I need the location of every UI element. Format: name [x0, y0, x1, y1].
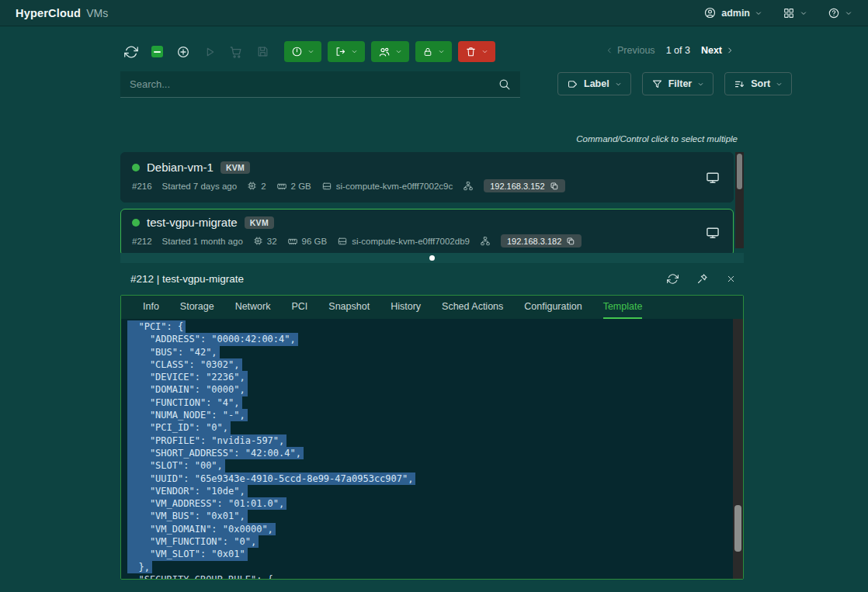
close-icon[interactable]	[726, 274, 736, 284]
chevron-down-icon	[776, 81, 783, 88]
hypervisor-badge: KVM	[245, 216, 274, 229]
network-icon	[463, 181, 474, 192]
tab-history[interactable]: History	[391, 296, 421, 319]
migrate-dropdown-button[interactable]	[328, 41, 365, 62]
host-drive-icon	[321, 181, 332, 192]
copy-icon[interactable]	[566, 237, 575, 246]
next-page-button[interactable]: Next	[701, 45, 734, 56]
app-logo: HyperCloud	[16, 7, 81, 19]
code-line: "FUNCTION": "4",	[127, 396, 743, 409]
play-icon	[203, 46, 216, 58]
search-input[interactable]	[130, 78, 498, 90]
code-line: "CLASS": "0302",	[127, 358, 743, 371]
app-section-label: VMs	[86, 7, 108, 19]
tab-snapshot[interactable]: Snapshot	[328, 296, 370, 319]
chevron-down-icon	[395, 48, 402, 55]
console-monitor-icon[interactable]	[705, 225, 720, 241]
select-all-checkbox-indeterminate[interactable]	[151, 46, 163, 57]
filter-dropdown-button[interactable]: Filter	[642, 72, 714, 95]
code-line: "PCI": {	[127, 320, 743, 333]
vm-started: Started 1 month ago	[162, 237, 243, 246]
label-tag-icon	[567, 78, 578, 90]
code-line: "VM_DOMAIN": "0x0000",	[127, 523, 743, 535]
apps-menu[interactable]	[783, 7, 807, 19]
chevron-left-icon	[606, 47, 613, 54]
vm-card-test-vgpu-migrate[interactable]: test-vgpu-migrate KVM #212 Started 1 mon…	[120, 209, 734, 256]
code-line: "ADDRESS": "0000:42:00:4",	[127, 333, 743, 345]
template-code-view[interactable]: "PCI": { "ADDRESS": "0000:42:00:4", "BUS…	[121, 319, 743, 579]
delete-dropdown-button[interactable]	[458, 41, 495, 62]
help-circle-icon	[828, 7, 840, 19]
chevron-right-icon	[726, 47, 734, 54]
code-line: "SHORT_ADDRESS": "42:00.4",	[127, 447, 743, 459]
code-line: "PCI_ID": "0",	[127, 421, 743, 434]
chevron-down-icon	[307, 48, 314, 55]
tab-template[interactable]: Template	[603, 296, 643, 319]
code-line: "PROFILE": "nvidia-597",	[127, 434, 743, 447]
tab-configuration[interactable]: Configuration	[524, 296, 582, 319]
chevron-down-icon	[845, 9, 852, 17]
chevron-down-icon	[438, 48, 445, 55]
apps-grid-icon	[783, 7, 795, 19]
page-indicator: 1 of 3	[666, 45, 690, 56]
template-scrollbar[interactable]	[733, 319, 743, 579]
tab-pci[interactable]: PCI	[291, 296, 307, 319]
template-scrollbar-thumb[interactable]	[734, 505, 741, 552]
tab-network[interactable]: Network	[235, 296, 271, 319]
hypervisor-badge: KVM	[220, 161, 250, 174]
tab-storage[interactable]: Storage	[180, 296, 214, 319]
vm-card-title-row: test-vgpu-migrate KVM	[132, 216, 722, 229]
tab-info[interactable]: Info	[143, 296, 159, 319]
code-line: "BUS": "42",	[127, 346, 743, 358]
detail-title: #212 | test-vgpu-migrate	[120, 273, 244, 285]
detail-actions	[667, 273, 744, 285]
detail-tabs: Info Storage Network PCI Snapshot Histor…	[121, 296, 743, 319]
lock-dropdown-button[interactable]	[415, 41, 452, 62]
pin-icon[interactable]	[696, 273, 708, 285]
vm-card-debian-vm-1[interactable]: Debian-vm-1 KVM #216 Started 7 days ago …	[120, 152, 734, 203]
sort-dropdown-button[interactable]: Sort	[724, 72, 792, 95]
vm-ip-badge[interactable]: 192.168.3.152	[484, 179, 564, 192]
chevron-down-icon	[755, 9, 762, 17]
topbar: HyperCloud VMs admin	[0, 0, 868, 26]
help-menu[interactable]	[828, 7, 852, 19]
previous-page-button[interactable]: Previous	[606, 45, 655, 56]
vm-list-scrollbar-thumb[interactable]	[737, 154, 742, 189]
console-monitor-icon[interactable]	[705, 170, 720, 185]
user-menu[interactable]: admin	[703, 6, 762, 19]
vm-host: si-compute-kvm-e0fff7002db9	[337, 236, 470, 247]
chevron-down-icon	[351, 48, 358, 55]
power-dropdown-button[interactable]	[284, 41, 321, 62]
cpu-icon	[253, 236, 263, 246]
memory-icon	[276, 181, 287, 192]
memory-icon	[287, 236, 298, 247]
vm-list-scrollbar[interactable]	[735, 152, 744, 248]
filter-bar: Label Filter Sort	[557, 72, 792, 95]
search-icon[interactable]	[498, 78, 511, 91]
copy-icon[interactable]	[550, 182, 559, 191]
refresh-icon[interactable]	[667, 273, 679, 285]
code-line: "VM_ADDRESS": "01:01.0",	[127, 497, 743, 510]
code-line: "NUMA_NODE": "-",	[127, 409, 743, 421]
ownership-dropdown-button[interactable]	[371, 41, 409, 62]
code-line: "DOMAIN": "0000",	[127, 383, 743, 396]
vm-name: test-vgpu-migrate	[147, 216, 238, 229]
vm-memory: 2 GB	[276, 181, 311, 192]
vm-cpu: 2	[247, 181, 266, 191]
refresh-icon[interactable]	[124, 45, 138, 59]
vm-ip-badge[interactable]: 192.168.3.182	[501, 234, 582, 248]
label-dropdown-button[interactable]: Label	[557, 72, 631, 95]
tab-sched-actions[interactable]: Sched Actions	[442, 296, 503, 319]
filter-funnel-icon	[651, 78, 663, 90]
multi-select-hint: Command/Control click to select multiple	[576, 134, 738, 144]
status-dot-running	[132, 219, 140, 227]
detail-panel: Info Storage Network PCI Snapshot Histor…	[120, 295, 744, 580]
vm-memory: 96 GB	[287, 236, 328, 247]
code-line: "VM_FUNCTION": "0",	[127, 535, 743, 548]
panel-resize-handle[interactable]	[120, 253, 744, 263]
detail-header: #212 | test-vgpu-migrate	[120, 267, 744, 290]
save-icon	[256, 45, 269, 58]
vm-cpu: 32	[253, 236, 277, 246]
create-vm-icon[interactable]	[176, 45, 190, 59]
chevron-down-icon	[800, 9, 807, 17]
